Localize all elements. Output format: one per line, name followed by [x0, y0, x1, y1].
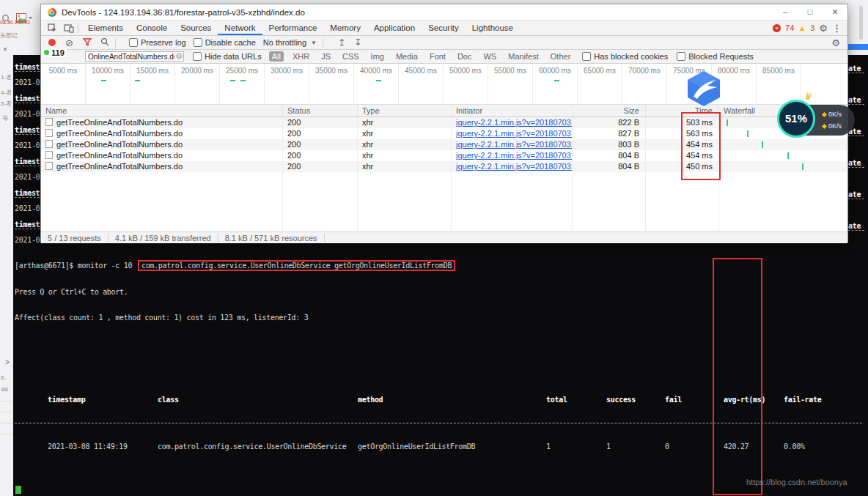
background-scrollbar[interactable]	[859, 6, 863, 40]
request-name-cell[interactable]: getTreeOnlineAndTotalNumbers.do	[41, 139, 283, 150]
initiator-link[interactable]: jquery-2.2.1.min.js?v=201807031050:4	[456, 140, 573, 149]
checkbox-icon[interactable]	[193, 52, 202, 61]
inspect-element-icon[interactable]	[46, 23, 58, 34]
import-har-icon[interactable]	[338, 37, 345, 48]
request-row[interactable]: getTreeOnlineAndTotalNumbers.do 200 xhr …	[41, 139, 847, 150]
initiator-link[interactable]: jquery-2.2.1.min.js?v=201807031050:4	[456, 118, 573, 127]
request-name-cell[interactable]: getTreeOnlineAndTotalNumbers.do	[41, 150, 283, 161]
device-toolbar-icon[interactable]	[63, 23, 75, 34]
devtools-tab[interactable]: Elements	[81, 21, 130, 35]
devtools-tab[interactable]: Memory	[323, 21, 367, 35]
timeline-tick-label: 45000 ms	[399, 64, 444, 104]
xhr-doc-icon	[45, 118, 53, 126]
request-name-cell[interactable]: getTreeOnlineAndTotalNumbers.do	[41, 117, 283, 128]
request-name[interactable]: getTreeOnlineAndTotalNumbers.do	[56, 162, 183, 171]
terminal-scrollback-fragment: ate	[848, 64, 861, 73]
disable-cache-checkbox[interactable]: Disable cache	[194, 38, 256, 47]
initiator-link[interactable]: jquery-2.2.1.min.js?v=201807031050:4	[456, 151, 573, 160]
activity-mark	[554, 80, 559, 81]
warning-count[interactable]: 3	[810, 23, 814, 32]
header-status[interactable]: Status	[283, 105, 358, 116]
checkbox-icon[interactable]	[677, 52, 685, 61]
requests-table-header: Name Status Type Initiator Size Time Wat…	[41, 105, 847, 117]
has-blocked-cookies-checkbox[interactable]: Has blocked cookies	[582, 52, 668, 61]
devtools-tab[interactable]: Security	[422, 21, 466, 35]
settings-gear-icon[interactable]	[819, 23, 828, 34]
record-button[interactable]	[48, 39, 56, 46]
request-row[interactable]: getTreeOnlineAndTotalNumbers.do 200 xhr …	[41, 128, 847, 139]
request-type-pill[interactable]: JS	[318, 51, 334, 62]
request-type-pill[interactable]: XHR	[290, 51, 312, 62]
checkbox-icon[interactable]	[582, 52, 591, 61]
terminal-scrollback-fragment: ate	[848, 190, 861, 199]
close-button[interactable]	[823, 4, 847, 20]
blocked-requests-checkbox[interactable]: Blocked Requests	[677, 52, 754, 61]
devtools-tab[interactable]: Lighthouse	[466, 21, 520, 35]
terminal-scrollback-fragment: timest	[15, 221, 40, 229]
request-name[interactable]: getTreeOnlineAndTotalNumbers.do	[56, 118, 183, 127]
request-type-pill[interactable]: WS	[480, 51, 499, 62]
waterfall-bar	[727, 119, 728, 126]
clear-filter-icon[interactable]	[176, 53, 183, 59]
header-name[interactable]: Name	[41, 105, 283, 116]
request-name-cell[interactable]: getTreeOnlineAndTotalNumbers.do	[41, 128, 283, 139]
request-name[interactable]: getTreeOnlineAndTotalNumbers.do	[56, 140, 183, 149]
memory-percent-badge[interactable]: 51%	[777, 100, 815, 138]
initiator-link[interactable]: jquery-2.2.1.min.js?v=201807031050:4	[456, 129, 573, 138]
method-value: getOrgOnlineUserIdListFromDB	[358, 442, 546, 451]
preserve-log-checkbox[interactable]: Preserve log	[129, 38, 186, 47]
devtools-tab[interactable]: Network	[218, 21, 262, 35]
request-row[interactable]: getTreeOnlineAndTotalNumbers.do 200 xhr …	[41, 150, 847, 161]
network-overview-timeline[interactable]: 5000 ms10000 ms15000 ms20000 ms25000 ms3…	[41, 64, 847, 105]
header-type[interactable]: Type	[358, 105, 452, 116]
request-type-pill[interactable]: CSS	[339, 51, 362, 62]
warning-icon[interactable]	[798, 24, 806, 32]
checkbox-icon[interactable]	[129, 38, 138, 47]
maximize-button[interactable]	[798, 4, 823, 20]
request-name-cell[interactable]: getTreeOnlineAndTotalNumbers.do	[41, 161, 283, 172]
request-type-pill[interactable]: All	[269, 51, 284, 62]
divider	[0, 423, 12, 423]
rate-icon	[822, 123, 827, 128]
request-name[interactable]: getTreeOnlineAndTotalNumbers.do	[56, 151, 183, 160]
minimize-button[interactable]	[773, 4, 798, 20]
dashed-separator	[15, 423, 862, 423]
error-icon[interactable]	[773, 24, 781, 32]
kebab-menu-icon[interactable]	[832, 23, 842, 34]
request-type-pill[interactable]: Font	[427, 51, 449, 62]
request-type-pill[interactable]: Doc	[455, 51, 475, 62]
request-row[interactable]: getTreeOnlineAndTotalNumbers.do 200 xhr …	[41, 161, 847, 172]
downloader-app-icon[interactable]	[685, 70, 723, 107]
clear-icon[interactable]	[65, 37, 73, 48]
devtools-tab[interactable]: Sources	[174, 21, 218, 35]
export-har-icon[interactable]	[354, 37, 361, 48]
devtools-tab[interactable]: Performance	[262, 21, 324, 35]
request-type-pill[interactable]: Media	[393, 51, 421, 62]
xhr-doc-icon	[45, 129, 53, 137]
network-search-icon[interactable]	[100, 37, 109, 48]
checkbox-icon[interactable]	[194, 38, 202, 47]
request-type-pill[interactable]: Other	[548, 51, 574, 62]
devtools-tab[interactable]: Application	[367, 21, 422, 35]
request-row[interactable]: getTreeOnlineAndTotalNumbers.do 200 xhr …	[41, 117, 847, 128]
filter-funnel-icon[interactable]	[83, 38, 92, 48]
terminal-scrollback-fragment: 2021-0	[15, 204, 40, 212]
terminal-scrollback-fragment	[15, 134, 40, 135]
request-name[interactable]: getTreeOnlineAndTotalNumbers.do	[56, 129, 183, 138]
devtools-tab[interactable]: Console	[130, 21, 174, 35]
error-count[interactable]: 74	[785, 23, 794, 32]
request-type-pill[interactable]: Manifest	[505, 51, 542, 62]
header-size[interactable]: Size	[573, 105, 646, 116]
header-initiator[interactable]: Initiator	[452, 105, 573, 116]
throttling-select[interactable]: No throttling	[263, 38, 317, 47]
requests-summary: 5 / 13 requests	[41, 234, 108, 243]
waterfall-bar	[747, 130, 749, 137]
hide-data-urls-checkbox[interactable]: Hide data URLs	[193, 52, 262, 61]
recorder-counter-badge: 119	[42, 48, 67, 57]
initiator-link[interactable]: jquery-2.2.1.min.js?v=201807031050:4	[456, 162, 573, 171]
request-type-pill[interactable]: Img	[368, 51, 387, 62]
network-settings-gear-icon[interactable]	[831, 37, 847, 48]
network-filter-input[interactable]	[85, 51, 184, 62]
request-time-cell: 454 ms	[646, 139, 719, 150]
col-total: total	[546, 395, 606, 404]
